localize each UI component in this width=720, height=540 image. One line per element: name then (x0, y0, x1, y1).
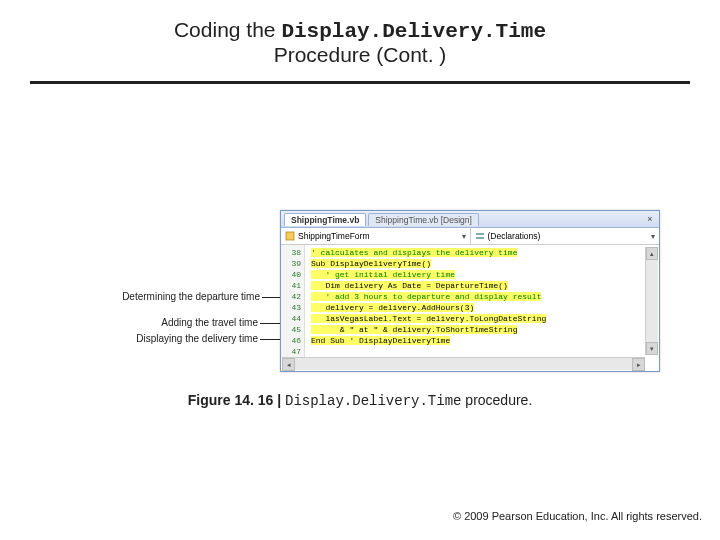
code-line: End Sub ' DisplayDeliveryTime (311, 336, 450, 345)
editor-tabbar: ShippingTime.vb ShippingTime.vb [Design]… (281, 211, 659, 228)
horizontal-scrollbar[interactable]: ◂ ▸ (282, 357, 645, 370)
vertical-scrollbar[interactable]: ▴ ▾ (645, 247, 658, 355)
gutter-line: 43 (281, 302, 301, 313)
declarations-icon (475, 231, 485, 241)
title-underline (30, 81, 690, 84)
member-dropdown-label: (Declarations) (488, 231, 541, 241)
figure-number: Figure 14. 16 (188, 392, 274, 408)
figure-code: Display.Delivery.Time (285, 393, 461, 409)
code-line: ' calculates and displays the delivery t… (311, 248, 517, 257)
gutter-line: 41 (281, 280, 301, 291)
scroll-up-icon[interactable]: ▴ (646, 247, 658, 260)
svg-rect-2 (476, 237, 484, 239)
code-lines[interactable]: ' calculates and displays the delivery t… (305, 245, 659, 358)
code-line: & " at " & delivery.ToShortTimeString (311, 325, 517, 334)
title-line-2: Procedure (Cont. ) (0, 43, 720, 67)
code-line: Dim delivery As Date = DepartureTime() (311, 281, 508, 290)
gutter-line: 42 (281, 291, 301, 302)
title-prefix: Coding the (174, 18, 281, 41)
tab-inactive[interactable]: ShippingTime.vb [Design] (368, 213, 479, 226)
code-body: 38 39 40 41 42 43 44 45 46 47 ' calculat… (281, 245, 659, 358)
close-icon[interactable]: × (644, 213, 656, 225)
code-line: ' add 3 hours to departure and display r… (311, 292, 541, 301)
class-dropdown[interactable]: ShippingTimeForm ▾ (281, 228, 471, 244)
editor-dropdown-bar: ShippingTimeForm ▾ (Declarations) ▾ (281, 228, 659, 245)
gutter-line: 40 (281, 269, 301, 280)
scroll-down-icon[interactable]: ▾ (646, 342, 658, 355)
gutter-line: 45 (281, 324, 301, 335)
figure-suffix: procedure. (461, 392, 532, 408)
annotation-departure: Determining the departure time (90, 291, 260, 302)
class-icon (285, 231, 295, 241)
gutter-line: 47 (281, 346, 301, 357)
code-line: Sub DisplayDeliveryTime() (311, 259, 431, 268)
scroll-left-icon[interactable]: ◂ (282, 358, 295, 371)
chevron-down-icon: ▾ (462, 232, 466, 241)
code-line: delivery = delivery.AddHours(3) (311, 303, 474, 312)
gutter-line: 38 (281, 247, 301, 258)
svg-rect-1 (476, 233, 484, 235)
annotation-travel: Adding the travel time (128, 317, 258, 328)
figure-sep: | (273, 392, 285, 408)
code-line: lasVegasLabel.Text = delivery.ToLongDate… (311, 314, 546, 323)
code-line: ' get initial delivery time (311, 270, 455, 279)
svg-rect-0 (286, 232, 294, 240)
figure-caption: Figure 14. 16 | Display.Delivery.Time pr… (0, 392, 720, 409)
title-code: Display.Delivery.Time (281, 20, 546, 43)
slide: Coding the Display.Delivery.Time Procedu… (0, 0, 720, 540)
code-editor-window: ShippingTime.vb ShippingTime.vb [Design]… (280, 210, 660, 372)
member-dropdown[interactable]: (Declarations) ▾ (471, 228, 660, 244)
gutter-line: 39 (281, 258, 301, 269)
gutter-line: 44 (281, 313, 301, 324)
gutter-line: 46 (281, 335, 301, 346)
copyright-footer: © 2009 Pearson Education, Inc. All right… (453, 510, 702, 522)
annotation-display: Displaying the delivery time (118, 333, 258, 344)
line-gutter: 38 39 40 41 42 43 44 45 46 47 (281, 245, 305, 358)
scroll-right-icon[interactable]: ▸ (632, 358, 645, 371)
chevron-down-icon: ▾ (651, 232, 655, 241)
title-area: Coding the Display.Delivery.Time Procedu… (0, 0, 720, 75)
class-dropdown-label: ShippingTimeForm (298, 231, 370, 241)
title-line-1: Coding the Display.Delivery.Time (0, 18, 720, 43)
tab-active[interactable]: ShippingTime.vb (284, 213, 366, 226)
